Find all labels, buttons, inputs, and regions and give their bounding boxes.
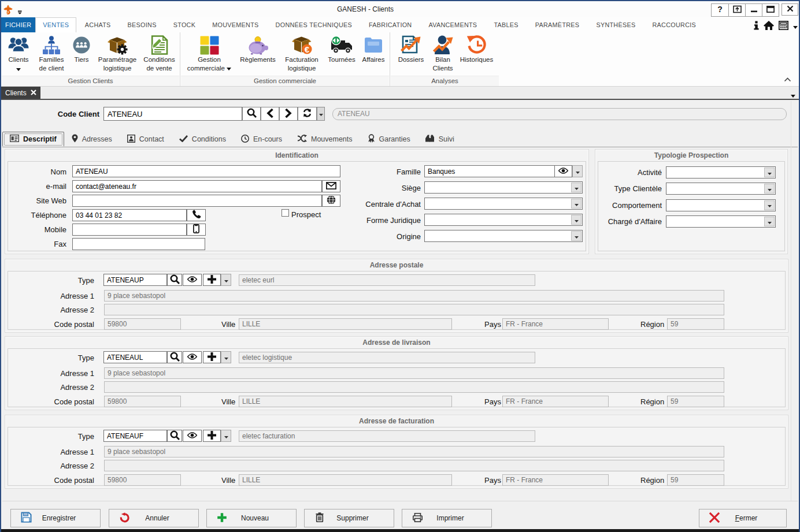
ribbon-button-tournées[interactable]: Tournées xyxy=(324,34,359,64)
combo-caret-button[interactable] xyxy=(571,199,582,209)
collapse-ribbon-icon[interactable] xyxy=(784,76,792,83)
adresse-postale-type-input[interactable] xyxy=(103,274,167,286)
close-button[interactable] xyxy=(782,3,798,16)
typologie-select-1[interactable] xyxy=(666,183,776,195)
adresse-de-facturation-add-button[interactable] xyxy=(203,430,221,442)
view-famille-button[interactable] xyxy=(554,165,572,177)
quick-access-caret-icon[interactable] xyxy=(18,8,22,12)
detail-tab-contact[interactable]: Contact xyxy=(120,132,172,147)
imprimer-button[interactable]: Imprimer xyxy=(402,509,492,527)
mobile-input[interactable] xyxy=(72,224,187,236)
ribbon-button-bilan-clients[interactable]: Bilan Clients xyxy=(430,34,455,72)
ribbon-button-clients[interactable]: Clients xyxy=(3,34,34,73)
ribbon-corner-caret-icon[interactable] xyxy=(793,23,798,31)
famille-input[interactable] xyxy=(424,165,555,177)
detail-tab-adresses[interactable]: Adresses xyxy=(64,132,120,147)
ribbon-button-règlements[interactable]: Règlements xyxy=(236,34,279,64)
forme-juridique-select[interactable] xyxy=(424,214,583,226)
origine-select[interactable] xyxy=(424,230,583,242)
previous-record-button[interactable] xyxy=(261,107,279,121)
search-client-button[interactable] xyxy=(242,107,261,121)
adresse-de-facturation-view-button[interactable] xyxy=(183,430,202,442)
combo-caret-button[interactable] xyxy=(764,184,775,194)
calculator-icon[interactable] xyxy=(779,21,788,32)
call-mobile-button[interactable] xyxy=(187,224,206,236)
typologie-select-0[interactable] xyxy=(666,166,776,178)
ribbon-button-historiques[interactable]: Historiques xyxy=(455,34,498,64)
adresse-de-facturation-search-button[interactable] xyxy=(167,430,182,442)
ribbon-button-facturation-logistique[interactable]: €Facturation logistique xyxy=(279,34,324,72)
ribbon-button-paramétrage-logistique[interactable]: Paramétrage logistique xyxy=(94,34,140,72)
supprimer-button[interactable]: Supprimer xyxy=(304,509,394,527)
siteweb-input[interactable] xyxy=(72,195,322,207)
minimize-button[interactable] xyxy=(745,4,762,16)
ribbon-tab-stock[interactable]: STOCK xyxy=(165,17,204,32)
ribbon-button-dossiers[interactable]: Dossiers xyxy=(392,34,430,64)
adresse-de-facturation-type-input[interactable] xyxy=(103,430,167,442)
send-email-button[interactable] xyxy=(322,180,340,192)
adresse-postale-view-button[interactable] xyxy=(183,274,202,286)
call-phone-button[interactable] xyxy=(187,209,206,221)
famille-caret-button[interactable] xyxy=(572,165,583,177)
prospect-checkbox[interactable] xyxy=(282,209,289,217)
detail-tab-mouvements[interactable]: Mouvements xyxy=(290,132,360,147)
adresse-postale-add-caret[interactable] xyxy=(221,274,231,286)
ribbon-button-tiers[interactable]: Tiers xyxy=(69,34,94,64)
ganesh-logo-icon[interactable] xyxy=(3,5,13,15)
adresse-postale-add-button[interactable] xyxy=(203,274,221,286)
ribbon-tab-synth-ses[interactable]: SYNTHÈSES xyxy=(588,17,644,32)
ribbon-button-gestion-commerciale[interactable]: Gestion commerciale xyxy=(182,34,236,72)
ribbon-tab-avancements[interactable]: AVANCEMENTS xyxy=(420,17,486,32)
nouveau-button[interactable]: Nouveau xyxy=(206,509,297,527)
siege-select[interactable] xyxy=(424,181,583,194)
combo-caret-button[interactable] xyxy=(571,215,582,225)
code-client-input[interactable] xyxy=(103,107,242,121)
typologie-select-3[interactable] xyxy=(666,215,776,228)
adresse-de-livraison-search-button[interactable] xyxy=(167,351,182,363)
annuler-button[interactable]: Annuler xyxy=(109,509,199,527)
ribbon-tab-besoins[interactable]: BESOINS xyxy=(119,17,165,32)
help-button[interactable]: ? xyxy=(712,4,728,16)
refresh-record-button[interactable] xyxy=(298,107,317,121)
ribbon-tab-param-tres[interactable]: PARAMÈTRES xyxy=(527,17,588,32)
detail-tab-en-cours[interactable]: En-cours xyxy=(234,132,290,147)
ribbon-tab-mouvements[interactable]: MOUVEMENTS xyxy=(204,17,267,32)
ribbon-tab-fabrication[interactable]: FABRICATION xyxy=(360,17,420,32)
ribbon-tab-fichier[interactable]: FICHIER xyxy=(1,17,35,32)
ribbon-tab-achats[interactable]: ACHATS xyxy=(76,17,119,32)
ribbon-tab-raccourcis[interactable]: RACCOURCIS xyxy=(644,17,705,32)
detail-tab-garanties[interactable]: Garanties xyxy=(360,132,418,147)
telephone-input[interactable] xyxy=(72,209,187,221)
adresse-de-livraison-add-button[interactable] xyxy=(203,351,221,363)
centrale-achat-select[interactable] xyxy=(424,198,583,210)
adresse-postale-search-button[interactable] xyxy=(167,274,182,286)
open-website-button[interactable] xyxy=(322,195,340,207)
adresse-de-livraison-add-caret[interactable] xyxy=(221,351,231,363)
ribbon-button-familles-de-client[interactable]: Familles de client xyxy=(34,34,69,72)
fax-input[interactable] xyxy=(72,238,205,250)
pin-window-button[interactable] xyxy=(728,4,745,16)
combo-caret-button[interactable] xyxy=(764,200,775,210)
ribbon-tab-tables[interactable]: TABLES xyxy=(486,17,527,32)
detail-tab-suivi[interactable]: Suivi xyxy=(418,132,462,147)
refresh-options-caret[interactable] xyxy=(317,107,325,121)
adresse-de-facturation-add-caret[interactable] xyxy=(221,430,231,442)
combo-caret-button[interactable] xyxy=(571,231,582,241)
nom-input[interactable] xyxy=(72,165,340,177)
ribbon-button-conditions-de-vente[interactable]: Conditions de vente xyxy=(140,34,178,72)
email-input[interactable] xyxy=(72,180,322,192)
next-record-button[interactable] xyxy=(279,107,298,121)
close-tab-icon[interactable] xyxy=(31,89,36,97)
ribbon-button-affaires[interactable]: Affaires xyxy=(359,34,388,64)
combo-caret-button[interactable] xyxy=(764,217,775,226)
combo-caret-button[interactable] xyxy=(571,183,582,192)
maximize-button[interactable] xyxy=(762,4,779,16)
home-icon[interactable] xyxy=(764,21,774,32)
ribbon-tab-donn-es-techniques[interactable]: DONNÉES TECHNIQUES xyxy=(267,17,360,32)
document-tab-clients[interactable]: Clients xyxy=(1,87,40,99)
combo-caret-button[interactable] xyxy=(764,168,775,177)
detail-tab-descriptif[interactable]: Descriptif xyxy=(2,132,64,147)
info-icon[interactable] xyxy=(754,21,759,32)
adresse-de-livraison-type-input[interactable] xyxy=(103,351,167,363)
enregistrer-button[interactable]: Enregistrer xyxy=(10,509,101,527)
